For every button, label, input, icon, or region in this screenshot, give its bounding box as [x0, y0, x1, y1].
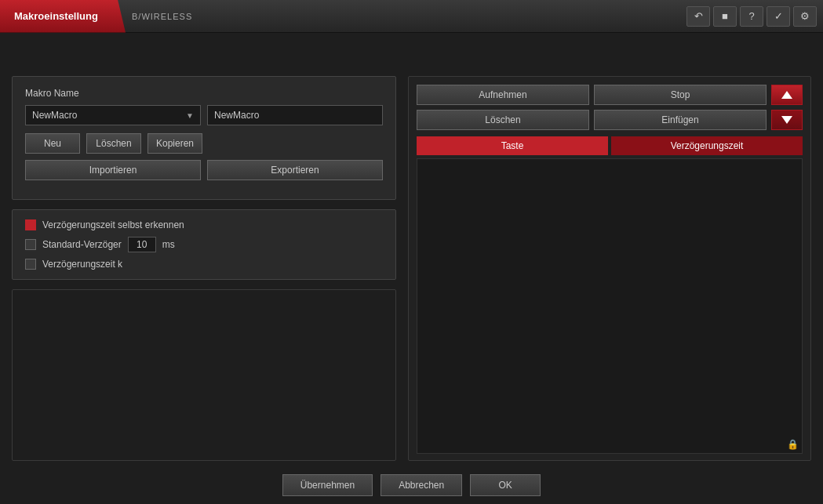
checkbox-1[interactable]: [25, 219, 36, 230]
title-tab: Makroeinstellung: [0, 0, 126, 33]
question-icon-btn[interactable]: ?: [740, 6, 763, 27]
undo-icon-btn[interactable]: ↶: [686, 6, 710, 27]
title-icons: ↶ ■ ? ✓ ⚙: [686, 6, 817, 27]
table-header: Taste Verzögerungszeit: [417, 136, 803, 155]
checkbox-2-label: Standard-Verzöger: [42, 239, 122, 250]
down-arrow-icon: [781, 116, 792, 124]
macro-name-box: Makro Name ▼ NewMacro Neu Löschen Kopier…: [12, 76, 396, 200]
checkbox-row-1: Verzögerungszeit selbst erkennen: [25, 219, 383, 230]
checkbox-3[interactable]: [25, 259, 36, 270]
einfuegen-button[interactable]: Einfügen: [594, 110, 767, 130]
macro-name-dropdown[interactable]: ▼: [25, 105, 201, 125]
down-arrow-button[interactable]: [771, 110, 803, 130]
btn-row-2: Importieren Exportieren: [25, 160, 383, 180]
left-panel: Makro Name ▼ NewMacro Neu Löschen Kopier…: [12, 76, 396, 461]
macro-name-label: Makro Name: [25, 88, 383, 99]
col-taste: Taste: [417, 136, 608, 155]
right-panel: Aufnehmen Stop Löschen Einfügen Ta: [408, 76, 811, 461]
record-icon-btn[interactable]: ■: [713, 6, 737, 27]
macro-name-field[interactable]: [32, 110, 181, 121]
col-delay: Verzögerungszeit: [611, 136, 803, 155]
right-toolbar: Aufnehmen Stop Löschen Einfügen: [409, 77, 810, 130]
bottom-bar: Übernehmen Abbrechen OK: [0, 474, 823, 496]
checkbox-2[interactable]: [25, 239, 36, 250]
aufnehmen-button[interactable]: Aufnehmen: [417, 85, 589, 105]
delay-input[interactable]: [128, 237, 156, 252]
toolbar-row-1: Aufnehmen Stop: [417, 85, 803, 105]
loeschen-button[interactable]: Löschen: [86, 133, 141, 154]
panels-row: Makro Name ▼ NewMacro Neu Löschen Kopier…: [12, 76, 811, 461]
checkbox-1-label: Verzögerungszeit selbst erkennen: [42, 219, 184, 230]
subtitle-text: B/WIRELESS: [132, 12, 192, 21]
check-icon-btn[interactable]: ✓: [767, 6, 790, 27]
checkbox-section: Verzögerungszeit selbst erkennen Standar…: [12, 209, 396, 280]
right-loeschen-button[interactable]: Löschen: [417, 110, 589, 130]
up-arrow-button[interactable]: [771, 85, 803, 105]
macro-display-field[interactable]: NewMacro: [207, 105, 383, 125]
macro-name-row: ▼ NewMacro: [25, 105, 383, 125]
exportieren-button[interactable]: Exportieren: [207, 160, 383, 180]
lock-icon: 🔒: [787, 439, 799, 450]
ok-button[interactable]: OK: [470, 474, 541, 496]
importieren-button[interactable]: Importieren: [25, 160, 201, 180]
up-arrow-icon: [781, 91, 792, 99]
stop-button[interactable]: Stop: [594, 85, 767, 105]
neu-button[interactable]: Neu: [25, 133, 80, 154]
toolbar-row-2: Löschen Einfügen: [417, 110, 803, 130]
title-bar: Makroeinstellung B/WIRELESS ↶ ■ ? ✓ ⚙: [0, 0, 823, 33]
delay-unit: ms: [162, 239, 175, 250]
checkbox-row-2: Standard-Verzöger ms: [25, 237, 383, 252]
checkbox-row-3: Verzögerungszeit k: [25, 259, 383, 270]
table-body[interactable]: 🔒: [417, 158, 803, 454]
checkbox-3-label: Verzögerungszeit k: [42, 259, 122, 270]
uebernehmen-button[interactable]: Übernehmen: [282, 474, 373, 496]
abbrechen-button[interactable]: Abbrechen: [381, 474, 462, 496]
btn-row-1: Neu Löschen Kopieren: [25, 133, 383, 154]
title-text: Makroeinstellung: [14, 10, 98, 22]
empty-box: [12, 289, 396, 461]
main-content: Makro Name ▼ NewMacro Neu Löschen Kopier…: [0, 33, 823, 504]
kopieren-button[interactable]: Kopieren: [147, 133, 202, 154]
dropdown-arrow-icon: ▼: [186, 111, 194, 120]
settings-icon-btn[interactable]: ⚙: [793, 6, 817, 27]
